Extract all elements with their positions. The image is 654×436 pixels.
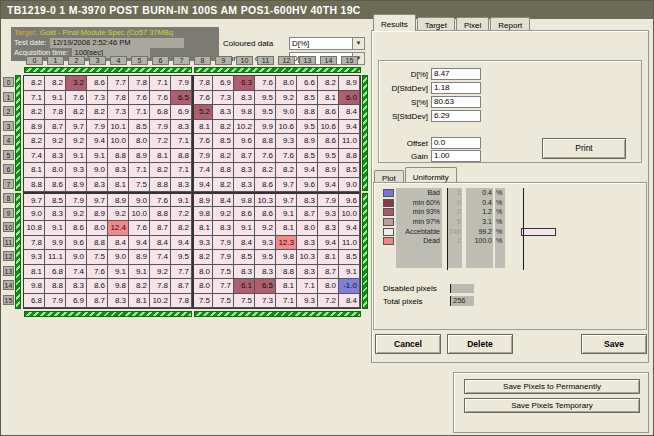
grid-cell[interactable]: 7.7 (213, 279, 234, 294)
grid-cell[interactable]: 8.4 (339, 105, 360, 120)
grid-cell[interactable]: 9.4 (339, 120, 360, 135)
grid-cell[interactable]: 7.6 (150, 91, 171, 106)
grid-cell[interactable]: 8.9 (129, 149, 150, 164)
grid-cell[interactable]: 8.7 (171, 279, 192, 294)
grid-cell[interactable]: 8.4 (108, 236, 129, 251)
grid-cell[interactable]: 8.5 (297, 149, 318, 164)
grid-cell[interactable]: 8.9 (24, 120, 45, 135)
grid-cell[interactable]: 9.6 (234, 134, 255, 149)
grid-cell[interactable]: 8.1 (24, 163, 45, 178)
grid-cell[interactable]: 7.6 (66, 91, 87, 106)
grid-cell[interactable]: 7.6 (192, 91, 213, 106)
grid-cell[interactable]: 7.9 (318, 192, 339, 207)
grid-cell[interactable]: 8.3 (234, 178, 255, 193)
grid-cell[interactable]: 9.3 (192, 236, 213, 251)
grid-cell[interactable]: 7.8 (108, 91, 129, 106)
grid-cell[interactable]: 8.1 (276, 279, 297, 294)
grid-cell[interactable]: 8.9 (297, 134, 318, 149)
grid-cell[interactable]: 9.0 (87, 163, 108, 178)
grid-cell[interactable]: 7.4 (66, 265, 87, 280)
grid-cell[interactable]: 7.1 (129, 105, 150, 120)
grid-cell[interactable]: 6.9 (66, 294, 87, 309)
grid-cell[interactable]: 8.3 (171, 120, 192, 135)
grid-cell[interactable]: 8.2 (213, 178, 234, 193)
grid-cell[interactable]: 8.2 (276, 163, 297, 178)
grid-cell[interactable]: 9.1 (45, 221, 66, 236)
grid-cell[interactable]: 9.0 (276, 105, 297, 120)
grid-cell[interactable]: 9.4 (339, 221, 360, 236)
grid-cell[interactable]: 8.0 (87, 221, 108, 236)
grid-cell[interactable]: 8.5 (234, 250, 255, 265)
grid-cell[interactable]: 8.3 (171, 178, 192, 193)
grid-cell[interactable]: 8.3 (255, 265, 276, 280)
grid-cell[interactable]: 9.7 (24, 192, 45, 207)
grid-cell[interactable]: 7.5 (87, 250, 108, 265)
grid-cell[interactable]: 7.7 (108, 76, 129, 91)
chevron-down-icon[interactable]: ▼ (352, 38, 364, 49)
grid-cell[interactable]: 8.8 (108, 149, 129, 164)
result-field-value[interactable]: 1.18 (431, 82, 481, 94)
grid-cell[interactable]: 9.3 (24, 250, 45, 265)
grid-cell[interactable]: 7.3 (108, 105, 129, 120)
grid-cell[interactable]: 9.2 (66, 207, 87, 222)
grid-cell[interactable]: 10.1 (108, 120, 129, 135)
grid-cell[interactable]: 8.7 (87, 294, 108, 309)
grid-cell[interactable]: 8.2 (318, 76, 339, 91)
grid-cell[interactable]: 9.0 (66, 250, 87, 265)
grid-cell[interactable]: 8.2 (24, 76, 45, 91)
grid-cell[interactable]: 8.0 (45, 163, 66, 178)
grid-cell[interactable]: 9.3 (297, 294, 318, 309)
grid-cell[interactable]: 8.3 (45, 207, 66, 222)
grid-cell[interactable]: 10.8 (24, 221, 45, 236)
grid-cell[interactable]: 10.6 (276, 120, 297, 135)
grid-cell[interactable]: 8.1 (108, 178, 129, 193)
grid-cell[interactable]: 8.5 (297, 91, 318, 106)
grid-cell[interactable]: 10.3 (297, 250, 318, 265)
grid-cell[interactable]: 9.0 (24, 207, 45, 222)
grid-cell[interactable]: 8.1 (318, 91, 339, 106)
grid-cell[interactable]: 8.9 (129, 250, 150, 265)
grid-cell[interactable]: 8.5 (339, 163, 360, 178)
grid-cell[interactable]: 8.4 (234, 236, 255, 251)
grid-cell[interactable]: 7.9 (150, 120, 171, 135)
grid-cell[interactable]: 8.3 (66, 279, 87, 294)
grid-cell[interactable]: 7.9 (66, 192, 87, 207)
grid-cell[interactable]: 8.4 (339, 294, 360, 309)
grid-cell[interactable]: 9.6 (339, 192, 360, 207)
grid-cell[interactable]: 8.7 (45, 120, 66, 135)
grid-cell[interactable]: 7.6 (255, 149, 276, 164)
grid-cell[interactable]: 8.4 (213, 192, 234, 207)
gain-field[interactable]: 1.00 (431, 150, 481, 162)
grid-cell[interactable]: 8.3 (45, 149, 66, 164)
grid-cell[interactable]: 9.0 (108, 250, 129, 265)
grid-cell[interactable]: 9.5 (255, 250, 276, 265)
grid-cell[interactable]: 9.1 (45, 91, 66, 106)
grid-cell[interactable]: 9.5 (255, 105, 276, 120)
grid-cell[interactable]: 7.8 (24, 236, 45, 251)
grid-cell[interactable]: 9.8 (192, 207, 213, 222)
grid-cell[interactable]: 7.2 (318, 294, 339, 309)
grid-cell[interactable]: 8.7 (234, 149, 255, 164)
grid-cell[interactable]: 8.6 (66, 221, 87, 236)
offset-field[interactable]: 0.0 (431, 137, 481, 149)
grid-cell[interactable]: 7.6 (276, 149, 297, 164)
grid-cell[interactable]: 6.6 (297, 76, 318, 91)
grid-cell[interactable]: 7.4 (24, 149, 45, 164)
grid-cell[interactable]: 6.8 (24, 294, 45, 309)
grid-cell[interactable]: 8.3 (297, 236, 318, 251)
grid-cell[interactable]: 8.6 (87, 279, 108, 294)
grid-cell[interactable]: 7.8 (129, 76, 150, 91)
grid-cell[interactable]: 8.8 (171, 149, 192, 164)
grid-cell[interactable]: 7.8 (171, 294, 192, 309)
grid-cell[interactable]: 9.2 (276, 91, 297, 106)
grid-cell[interactable]: 8.9 (318, 163, 339, 178)
grid-cell[interactable]: 9.1 (87, 149, 108, 164)
grid-cell[interactable]: 8.6 (87, 76, 108, 91)
grid-cell[interactable]: 8.3 (318, 221, 339, 236)
grid-cell[interactable]: 8.8 (150, 178, 171, 193)
tab-report[interactable]: Report (490, 17, 530, 31)
grid-cell[interactable]: 7.6 (192, 134, 213, 149)
grid-cell[interactable]: 9.1 (66, 149, 87, 164)
grid-cell[interactable]: 9.1 (339, 265, 360, 280)
grid-cell[interactable]: 5.2 (192, 105, 213, 120)
